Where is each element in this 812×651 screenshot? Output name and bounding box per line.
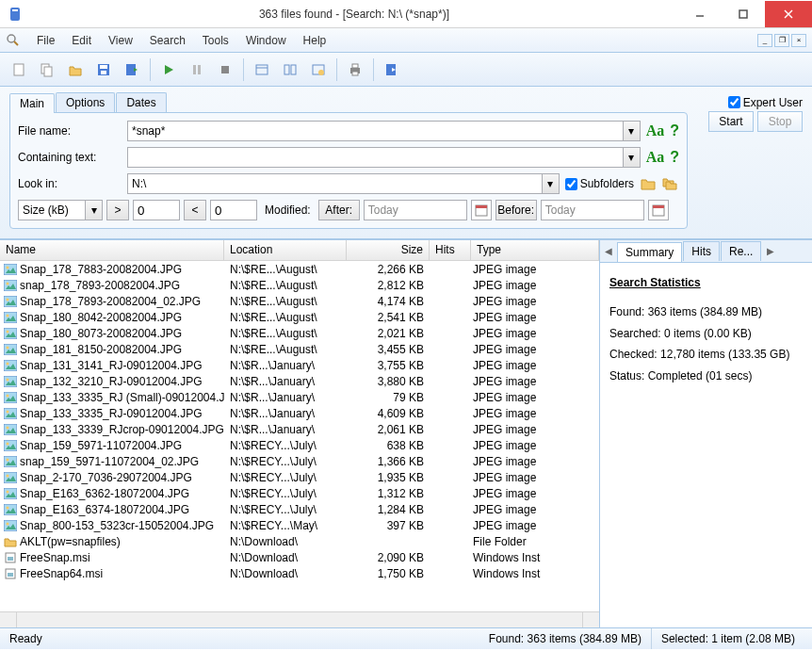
calendar-icon[interactable] [648,200,669,220]
table-row[interactable]: AKLT(pw=snapfiles)N:\Download\File Folde… [0,533,599,549]
column-location[interactable]: Location [224,240,347,260]
menu-window[interactable]: Window [237,31,295,50]
before-button[interactable]: Before: [495,200,537,220]
table-row[interactable]: Snap_132_3210_RJ-09012004.JPGN:\$R...\Ja… [0,373,599,389]
file-size: 2,541 KB [347,311,430,324]
column-name[interactable]: Name [0,240,224,260]
calendar-icon[interactable] [471,200,492,220]
before-date-input[interactable]: Today [541,200,644,220]
scroll-tabs-left-icon[interactable]: ◀ [600,246,617,256]
less-than-button[interactable]: < [184,200,206,220]
file-name: Snap_180_8042-20082004.JPG [20,311,182,324]
table-row[interactable]: Snap_133_3335_RJ-09012004.JPGN:\$R...\Ja… [0,405,599,421]
save-button[interactable] [90,57,117,83]
dropdown-arrow-icon[interactable]: ▾ [623,148,640,167]
help-icon[interactable]: ? [670,122,679,139]
after-button[interactable]: After: [318,200,360,220]
tab-main[interactable]: Main [9,93,55,113]
table-row[interactable]: Snap_E163_6374-18072004.JPGN:\$RECY...\J… [0,501,599,517]
case-sensitive-icon[interactable]: Aa [646,149,665,166]
tab-summary[interactable]: Summary [617,242,682,262]
table-row[interactable]: Snap_180_8073-20082004.JPGN:\$RE...\Augu… [0,325,599,341]
status-found: Found: 363 items (384.89 MB) [479,628,652,649]
containing-input[interactable]: ▾ [127,147,641,168]
maximize-button[interactable] [722,1,765,27]
file-location: N:\$RE...\August\ [224,295,347,308]
table-row[interactable]: snap_159_5971-11072004_02.JPGN:\$RECY...… [0,453,599,469]
window-title: 363 files found - [Search: N:\ (*snap*)] [30,8,678,21]
dropdown-arrow-icon[interactable]: ▾ [623,122,640,140]
table-row[interactable]: Snap_181_8150-20082004.JPGN:\$RE...\Augu… [0,341,599,357]
table-row[interactable]: Snap_133_3339_RJcrop-09012004.JPGN:\$R..… [0,421,599,437]
dropdown-arrow-icon[interactable]: ▾ [542,174,559,193]
table-row[interactable]: FreeSnap.msiN:\Download\2,090 KBWindows … [0,549,599,565]
scroll-tabs-right-icon[interactable]: ▶ [762,246,779,256]
help-icon[interactable]: ? [670,149,679,166]
table-row[interactable]: Snap_2-170_7036-29072004.JPGN:\$RECY...\… [0,469,599,485]
tab-dates[interactable]: Dates [116,92,166,112]
export-button[interactable] [119,57,145,83]
size-min-input[interactable] [133,200,180,220]
svg-rect-1 [12,9,18,11]
column-type[interactable]: Type [471,240,599,260]
menu-file[interactable]: File [28,31,63,50]
stats-checked: Checked: 12,780 items (133.35 GB) [609,344,803,366]
size-max-input[interactable] [210,200,257,220]
table-row[interactable]: Snap_800-153_5323cr-15052004.JPGN:\$RECY… [0,517,599,533]
menu-edit[interactable]: Edit [63,31,100,50]
expert-user-checkbox[interactable]: Expert User [728,96,803,109]
exit-button[interactable] [379,57,405,83]
lookin-input[interactable]: N:\ ▾ [127,173,560,194]
menu-tools[interactable]: Tools [194,31,237,50]
table-row[interactable]: Snap_133_3335_RJ (Small)-09012004.JPGN:\… [0,389,599,405]
file-type: JPEG image [471,455,599,468]
new-document-button[interactable] [6,57,32,83]
svg-point-35 [7,282,9,285]
menu-search[interactable]: Search [141,31,194,50]
view-list-button[interactable] [249,57,275,83]
table-row[interactable]: Snap_159_5971-11072004.JPGN:\$RECY...\Ju… [0,437,599,453]
close-button[interactable] [765,1,812,27]
copy-button[interactable] [34,57,60,83]
stop-button[interactable] [212,57,238,83]
subfolders-check-input[interactable] [565,178,577,190]
browse-folders-icon[interactable] [662,176,679,191]
mdi-minimize-button[interactable]: _ [757,34,772,47]
minimize-button[interactable] [678,1,722,27]
table-row[interactable]: Snap_178_7883-20082004.JPGN:\$RE...\Augu… [0,261,599,277]
column-size[interactable]: Size [347,240,430,260]
subfolders-checkbox[interactable]: Subfolders [565,177,634,190]
size-unit-combo[interactable]: Size (kB) ▾ [18,200,103,220]
horizontal-scrollbar[interactable] [0,611,599,627]
after-date-input[interactable]: Today [364,200,467,220]
filename-input[interactable]: *snap* ▾ [127,121,641,141]
table-row[interactable]: snap_178_7893-20082004.JPGN:\$RE...\Augu… [0,277,599,293]
start-search-button[interactable] [155,57,182,83]
table-row[interactable]: Snap_178_7893-20082004_02.JPGN:\$RE...\A… [0,293,599,309]
table-row[interactable]: Snap_131_3141_RJ-09012004.JPGN:\$R...\Ja… [0,357,599,373]
mdi-restore-button[interactable]: ❐ [774,34,789,47]
print-button[interactable] [342,57,368,83]
view-panes-button[interactable] [277,57,303,83]
case-sensitive-icon[interactable]: Aa [646,122,665,139]
tab-options[interactable]: Options [56,92,115,112]
mdi-close-button[interactable]: × [791,34,806,47]
stop-button[interactable]: Stop [757,111,803,132]
expert-user-check-input[interactable] [728,96,740,108]
tab-hits[interactable]: Hits [683,241,720,261]
greater-than-button[interactable]: > [106,200,129,220]
column-hits[interactable]: Hits [430,240,471,260]
table-row[interactable]: FreeSnap64.msiN:\Download\1,750 KBWindow… [0,565,599,581]
menu-help[interactable]: Help [295,31,335,50]
dropdown-arrow-icon[interactable]: ▾ [85,201,102,220]
start-button[interactable]: Start [708,111,754,132]
table-row[interactable]: Snap_180_8042-20082004.JPGN:\$RE...\Augu… [0,309,599,325]
open-button[interactable] [62,57,89,83]
pause-button[interactable] [184,57,210,83]
browse-folder-icon[interactable] [640,176,657,191]
results-list[interactable]: Snap_178_7883-20082004.JPGN:\$RE...\Augu… [0,261,599,611]
menu-view[interactable]: View [100,31,141,50]
options-button[interactable] [305,57,332,83]
tab-reports[interactable]: Re... [721,241,761,261]
table-row[interactable]: Snap_E163_6362-18072004.JPGN:\$RECY...\J… [0,485,599,501]
